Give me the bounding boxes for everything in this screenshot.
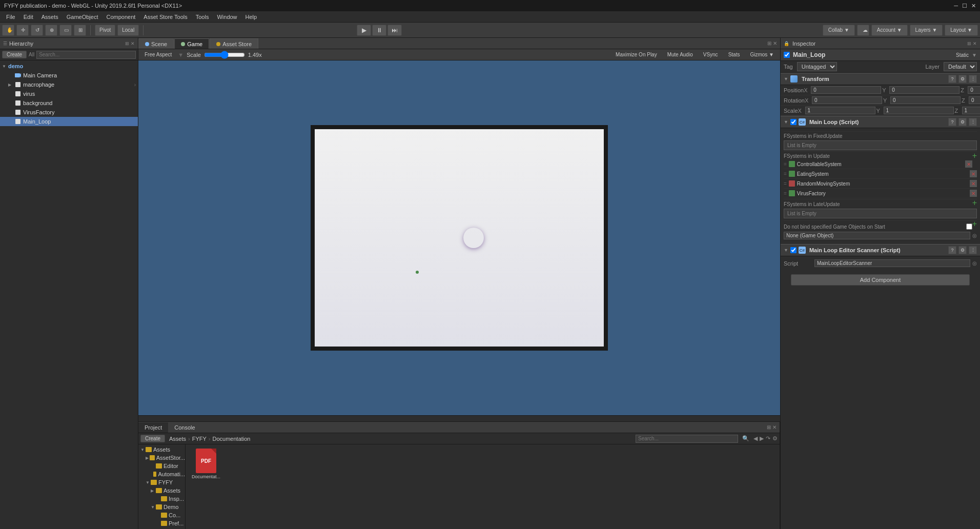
hier-item-macrophage[interactable]: ▶ macrophage ›: [0, 80, 138, 89]
editor-script-input[interactable]: [814, 259, 970, 267]
menu-component[interactable]: Component: [102, 13, 139, 21]
layer-select[interactable]: Default: [944, 62, 977, 71]
obj-active-checkbox[interactable]: [784, 52, 790, 58]
tree-fyfy-assets[interactable]: ▶ Assets: [138, 486, 185, 495]
vsync-btn[interactable]: VSync: [700, 51, 721, 58]
file-documentation[interactable]: PDF Documentat...: [190, 449, 222, 479]
tab-game[interactable]: Game: [174, 38, 209, 49]
maximize-btn[interactable]: Maximize On Play: [612, 51, 660, 58]
bind-checkbox[interactable]: [966, 223, 972, 230]
fixed-update-add-btn[interactable]: +: [972, 151, 977, 160]
editor-script-more-btn[interactable]: ⋮: [969, 246, 977, 254]
play-btn[interactable]: ▶: [357, 25, 371, 36]
tag-select[interactable]: Untagged: [797, 62, 837, 71]
mute-btn[interactable]: Mute Audio: [664, 51, 696, 58]
update-add-btn[interactable]: +: [972, 198, 977, 208]
cloud-btn[interactable]: ☁: [857, 25, 869, 36]
sc-y-input[interactable]: [884, 107, 954, 114]
tree-pref[interactable]: Pref...: [138, 519, 185, 527]
rot-y-input[interactable]: [890, 96, 961, 104]
proj-btn2[interactable]: ▶: [760, 435, 764, 442]
handle-eat[interactable]: =: [784, 171, 787, 177]
pause-btn[interactable]: ⏸: [372, 25, 386, 36]
script-help-btn[interactable]: ?: [948, 118, 956, 126]
pos-x-input[interactable]: [811, 86, 881, 94]
local-btn[interactable]: Local: [117, 25, 139, 36]
pos-y-input[interactable]: [889, 86, 959, 94]
menu-asset-store-tools[interactable]: Asset Store Tools: [139, 13, 191, 21]
handle-ctrl[interactable]: =: [784, 161, 787, 167]
collab-btn[interactable]: Collab ▼: [823, 25, 855, 36]
move-tool-btn[interactable]: ✛: [16, 25, 29, 36]
hierarchy-search[interactable]: [36, 51, 136, 59]
proj-btn3[interactable]: ↷: [766, 435, 770, 442]
gizmos-btn[interactable]: Gizmos ▼: [747, 51, 777, 58]
menu-tools[interactable]: Tools: [192, 13, 213, 21]
game-scrollbar[interactable]: [138, 415, 780, 421]
stats-btn[interactable]: Stats: [725, 51, 743, 58]
tree-co[interactable]: Co...: [138, 511, 185, 519]
pos-z-input[interactable]: [968, 86, 980, 94]
menu-window[interactable]: Window: [213, 13, 241, 21]
bind-gameobj-input[interactable]: [784, 232, 970, 239]
menu-assets[interactable]: Assets: [37, 13, 63, 21]
hier-item-background[interactable]: background: [0, 98, 138, 108]
editor-script-settings-btn[interactable]: ⚙: [958, 246, 967, 254]
project-search[interactable]: [636, 435, 738, 443]
rot-z-input[interactable]: [969, 96, 980, 104]
sc-z-input[interactable]: [962, 107, 980, 114]
handle-vf[interactable]: =: [784, 191, 787, 196]
transform-more-btn[interactable]: ⋮: [969, 75, 977, 83]
handle-rand[interactable]: =: [784, 181, 787, 187]
static-dropdown[interactable]: ▼: [972, 52, 977, 58]
hierarchy-create-btn[interactable]: Create: [2, 51, 27, 58]
tab-console[interactable]: Console: [168, 422, 201, 433]
transform-header[interactable]: ▼ Transform ? ⚙ ⋮: [781, 73, 980, 85]
add-component-btn[interactable]: Add Component: [791, 274, 970, 286]
scale-tool-btn[interactable]: ⊕: [45, 25, 57, 36]
editor-scanner-checkbox[interactable]: [790, 247, 797, 253]
editor-scanner-header[interactable]: ▼ C# Main Loop Editor Scanner (Script) ?…: [781, 244, 980, 256]
step-btn[interactable]: ⏭: [387, 25, 402, 36]
editor-script-select-btn[interactable]: ◎: [972, 260, 977, 266]
rot-x-input[interactable]: [812, 96, 882, 104]
menu-gameobject[interactable]: GameObject: [63, 13, 103, 21]
hier-item-main-loop[interactable]: Main_Loop: [0, 117, 138, 126]
hier-item-virusfactory[interactable]: VirusFactory: [0, 108, 138, 117]
layout-btn[interactable]: Layout ▼: [945, 25, 978, 36]
rect-tool-btn[interactable]: ▭: [59, 25, 72, 36]
hier-item-main-camera[interactable]: Main Camera: [0, 71, 138, 80]
close-btn[interactable]: ✕: [971, 3, 976, 9]
tree-auto[interactable]: Automati...: [138, 470, 185, 478]
menu-help[interactable]: Help: [241, 13, 261, 21]
static-btn[interactable]: Static: [956, 52, 969, 58]
proj-btn4[interactable]: ⚙: [772, 435, 778, 442]
tab-project[interactable]: Project: [138, 422, 168, 433]
hand-tool-btn[interactable]: ✋: [2, 25, 14, 36]
account-btn[interactable]: Account ▼: [871, 25, 908, 36]
transform-help-btn[interactable]: ?: [948, 75, 956, 83]
hier-item-virus[interactable]: virus: [0, 89, 138, 98]
tree-demo[interactable]: ▼ Demo: [138, 503, 185, 511]
maximize-btn[interactable]: ☐: [962, 3, 967, 9]
tree-assetstore[interactable]: ▶ AssetStor...: [138, 454, 185, 462]
pivot-btn[interactable]: Pivot: [95, 25, 115, 36]
main-loop-script-header[interactable]: ▼ C# Main Loop (Script) ? ⚙ ⋮: [781, 116, 980, 128]
insp-lock-icon[interactable]: 🔒: [784, 41, 789, 46]
tab-scene[interactable]: Scene: [138, 38, 174, 49]
transform-settings-btn[interactable]: ⚙: [958, 75, 967, 83]
remove-eat-btn[interactable]: ✕: [970, 170, 977, 177]
remove-vf-btn[interactable]: ✕: [970, 190, 977, 197]
transform-tool-btn[interactable]: ⊞: [74, 25, 86, 36]
proj-btn1[interactable]: ◀: [753, 435, 758, 442]
tree-editor[interactable]: Editor: [138, 462, 185, 470]
script-active-checkbox[interactable]: [790, 119, 797, 125]
menu-edit[interactable]: Edit: [19, 13, 37, 21]
layers-btn[interactable]: Layers ▼: [910, 25, 943, 36]
scale-slider[interactable]: [204, 52, 245, 58]
remove-rand-btn[interactable]: ✕: [970, 180, 977, 187]
editor-script-help-btn[interactable]: ?: [948, 246, 956, 254]
tree-fyfy[interactable]: ▼ FYFY: [138, 478, 185, 486]
tree-insp[interactable]: Insp...: [138, 495, 185, 503]
rotate-tool-btn[interactable]: ↺: [31, 25, 43, 36]
